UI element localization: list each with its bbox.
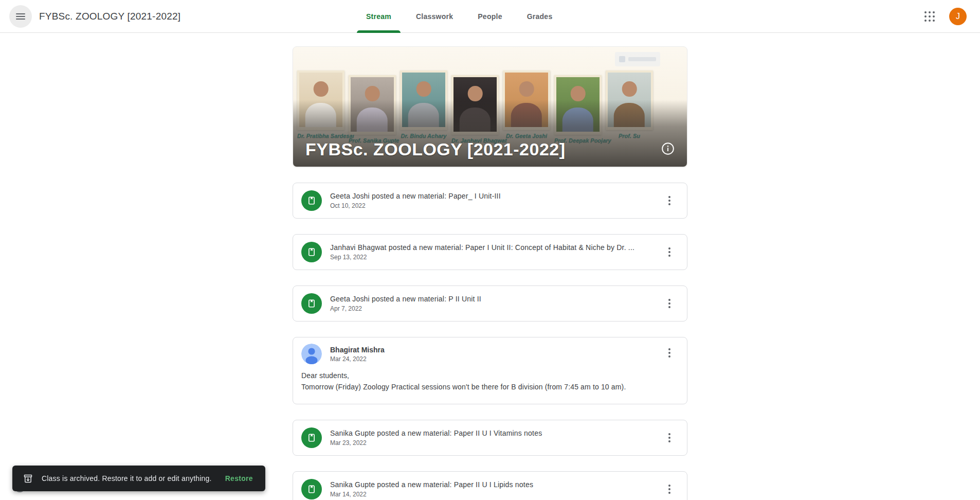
hamburger-icon	[16, 12, 25, 21]
google-apps-icon[interactable]	[921, 8, 938, 25]
post-date: Apr 7, 2022	[330, 305, 481, 312]
banner-faint-chip	[615, 52, 660, 66]
banner-class-title: FYBSc. ZOOLOGY [2021-2022]	[305, 139, 566, 159]
post-title: Sanika Gupte posted a new material: Pape…	[330, 480, 533, 489]
post-menu-button[interactable]	[660, 294, 679, 313]
topbar: FYBSc. ZOOLOGY [2021-2022] StreamClasswo…	[0, 0, 980, 33]
kebab-icon	[668, 247, 670, 257]
post-title: Sanika Gupte posted a new material: Pape…	[330, 429, 542, 437]
material-post[interactable]: Sanika Gupte posted a new material: Pape…	[293, 420, 687, 456]
post-title: Geeta Joshi posted a new material: P II …	[330, 295, 481, 303]
archived-snackbar: Class is archived. Restore it to add or …	[12, 466, 265, 491]
restore-button[interactable]: Restore	[225, 474, 253, 483]
archive-icon	[23, 473, 33, 484]
material-post[interactable]: Geeta Joshi posted a new material: Paper…	[293, 183, 687, 219]
material-book-icon	[301, 190, 322, 211]
material-book-icon	[301, 242, 322, 262]
author-avatar-icon	[301, 344, 322, 364]
topbar-right: J	[921, 8, 971, 25]
post-date: Mar 24, 2022	[330, 355, 385, 363]
post-menu-button[interactable]	[660, 243, 679, 261]
post-body-line: Tomorrow (Friday) Zoology Practical sess…	[301, 382, 679, 393]
account-avatar[interactable]: J	[949, 8, 967, 25]
tab-stream[interactable]: Stream	[354, 0, 404, 33]
post-body: Dear students,Tomorrow (Friday) Zoology …	[301, 370, 679, 392]
post-menu-button[interactable]	[660, 480, 679, 498]
tabs: StreamClassworkPeopleGrades	[354, 0, 565, 33]
material-post[interactable]: Janhavi Bhagwat posted a new material: P…	[293, 234, 687, 270]
post-author: Bhagirat Mishra	[330, 346, 385, 354]
kebab-icon	[668, 433, 670, 442]
snackbar-message: Class is archived. Restore it to add or …	[42, 474, 212, 483]
post-title: Geeta Joshi posted a new material: Paper…	[330, 192, 501, 200]
tab-people[interactable]: People	[465, 0, 514, 33]
material-post[interactable]: Sanika Gupte posted a new material: Pape…	[293, 471, 687, 500]
material-book-icon	[301, 427, 322, 448]
post-date: Sep 13, 2022	[330, 254, 634, 261]
stream-list: Geeta Joshi posted a new material: Paper…	[293, 183, 687, 500]
stream-page: Dr. Pratibha Sardesai Prof. Sanika Gupte…	[293, 46, 687, 500]
class-title: FYBSc. ZOOLOGY [2021-2022]	[39, 11, 180, 22]
post-date: Mar 23, 2022	[330, 439, 542, 447]
kebab-icon	[668, 485, 670, 494]
post-date: Oct 10, 2022	[330, 202, 501, 209]
hamburger-menu-button[interactable]	[9, 5, 32, 28]
post-body-line: Dear students,	[301, 370, 679, 382]
kebab-icon	[668, 299, 670, 308]
tab-grades[interactable]: Grades	[515, 0, 565, 33]
kebab-icon	[668, 196, 670, 205]
post-date: Mar 14, 2022	[330, 491, 533, 498]
tab-classwork[interactable]: Classwork	[404, 0, 465, 33]
kebab-icon	[668, 348, 670, 358]
post-menu-button[interactable]	[660, 344, 679, 362]
post-menu-button[interactable]	[660, 428, 679, 447]
post-menu-button[interactable]	[660, 191, 679, 210]
material-post[interactable]: Geeta Joshi posted a new material: P II …	[293, 285, 687, 322]
class-banner: Dr. Pratibha Sardesai Prof. Sanika Gupte…	[293, 46, 687, 167]
material-book-icon	[301, 479, 322, 499]
post-title: Janhavi Bhagwat posted a new material: P…	[330, 243, 634, 252]
class-info-icon[interactable]	[661, 142, 675, 157]
announcement-post: Bhagirat Mishra Mar 24, 2022 Dear studen…	[293, 337, 687, 404]
material-book-icon	[301, 293, 322, 314]
